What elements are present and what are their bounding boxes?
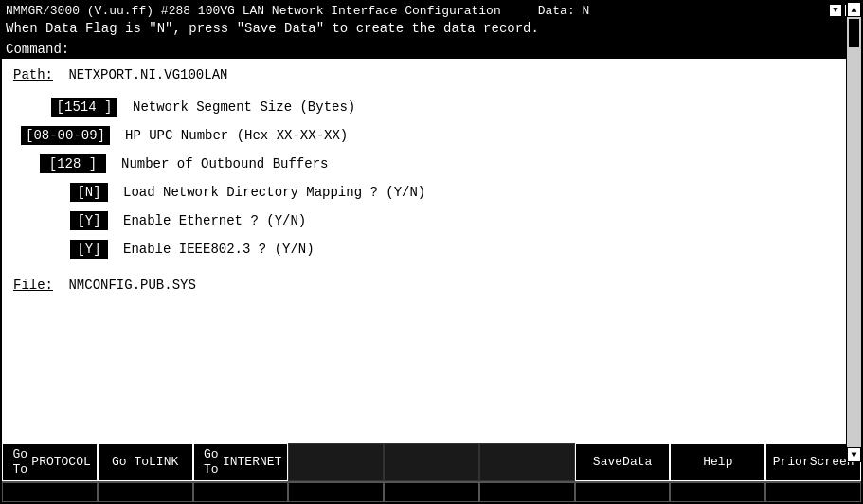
scrollbar-thumb[interactable] <box>849 19 859 47</box>
help-button[interactable]: Help <box>670 443 765 481</box>
sec-btn-3 <box>193 482 289 502</box>
empty-button-4 <box>288 443 384 481</box>
field-upc-value[interactable]: [08-00-09] <box>21 126 110 145</box>
scrollbar-down-button[interactable]: ▼ <box>847 447 861 462</box>
file-label: File: <box>13 278 53 293</box>
field-row-buffers: [128 ] Number of Outbound Buffers <box>13 154 835 173</box>
field-row-ieee: [Y] Enable IEEE802.3 ? (Y/N) <box>13 240 835 259</box>
sec-btn-8 <box>670 482 765 502</box>
title-bar: NMMGR/3000 (V.uu.ff) #288 100VG LAN Netw… <box>2 2 861 19</box>
empty-button-6 <box>479 443 575 481</box>
field-row-segment-size: [1514 ] Network Segment Size (Bytes) <box>13 98 835 117</box>
path-value: NETXPORT.NI.VG100LAN <box>68 67 227 82</box>
field-ieee-value[interactable]: [Y] <box>70 240 108 259</box>
field-segment-size-label: Network Segment Size (Bytes) <box>133 99 355 115</box>
sec-btn-6 <box>479 482 575 502</box>
field-ethernet-value[interactable]: [Y] <box>70 211 108 230</box>
field-ethernet-label: Enable Ethernet ? (Y/N) <box>123 213 306 228</box>
main-content: Path: NETXPORT.NI.VG100LAN [1514 ] Netwo… <box>2 60 861 441</box>
field-buffers-label: Number of Outbound Buffers <box>121 156 328 171</box>
sec-btn-2 <box>98 482 193 502</box>
field-ieee-label: Enable IEEE802.3 ? (Y/N) <box>123 242 315 257</box>
path-line: Path: NETXPORT.NI.VG100LAN <box>13 67 835 82</box>
goto-internet-button[interactable]: Go ToINTERNET <box>193 443 289 481</box>
field-row-upc: [08-00-09] HP UPC Number (Hex XX-XX-XX) <box>13 126 835 145</box>
file-line: File: NMCONFIG.PUB.SYS <box>13 278 835 293</box>
goto-link-button[interactable]: Go ToLINK <box>98 443 193 481</box>
field-upc-label: HP UPC Number (Hex XX-XX-XX) <box>125 128 348 143</box>
secondary-button-bar <box>2 481 861 502</box>
field-buffers-value[interactable]: [128 ] <box>40 154 106 173</box>
minimize-button[interactable]: ▼ <box>829 4 842 17</box>
data-flag-message: When Data Flag is "N", press "Save Data"… <box>6 21 857 36</box>
bottom-button-bar: Go ToPROTOCOL Go ToLINK Go ToINTERNET Sa… <box>2 441 861 481</box>
save-data-button[interactable]: SaveData <box>575 443 671 481</box>
header-message: When Data Flag is "N", press "Save Data"… <box>2 19 861 40</box>
scrollbar[interactable]: ▲ ▼ <box>846 2 861 462</box>
file-value: NMCONFIG.PUB.SYS <box>68 278 195 293</box>
field-row-ethernet: [Y] Enable Ethernet ? (Y/N) <box>13 211 835 230</box>
sec-btn-5 <box>384 482 479 502</box>
field-ndm-value[interactable]: [N] <box>70 183 108 202</box>
command-label: Command: <box>6 42 69 57</box>
sec-btn-7 <box>575 482 671 502</box>
sec-btn-4 <box>288 482 384 502</box>
sec-btn-1 <box>2 482 98 502</box>
sec-btn-9 <box>765 482 861 502</box>
goto-protocol-button[interactable]: Go ToPROTOCOL <box>2 443 98 481</box>
path-label: Path: <box>13 67 53 82</box>
scrollbar-up-button[interactable]: ▲ <box>847 2 861 17</box>
command-line: Command: <box>2 40 861 60</box>
field-ndm-label: Load Network Directory Mapping ? (Y/N) <box>123 185 425 200</box>
window-title: NMMGR/3000 (V.uu.ff) #288 100VG LAN Netw… <box>6 4 589 18</box>
main-window: NMMGR/3000 (V.uu.ff) #288 100VG LAN Netw… <box>0 0 863 504</box>
field-segment-size-value[interactable]: [1514 ] <box>51 98 117 117</box>
empty-button-5 <box>384 443 479 481</box>
field-row-ndm: [N] Load Network Directory Mapping ? (Y/… <box>13 183 835 202</box>
